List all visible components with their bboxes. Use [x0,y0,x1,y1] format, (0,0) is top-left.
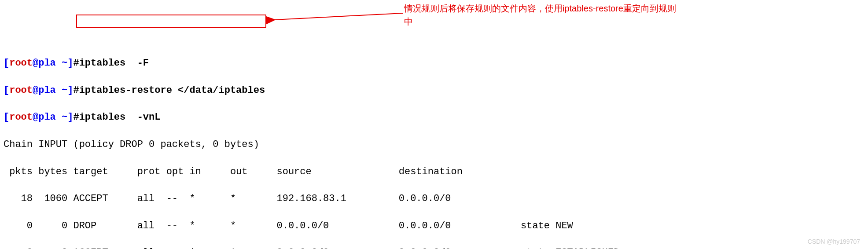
rule-row-3: 0 0 ACCEPT all -- * * 0.0.0.0/0 0.0.0.0/… [4,246,864,249]
arrow-icon [266,9,407,26]
rule-row-2: 0 0 DROP all -- * * 0.0.0.0/0 0.0.0.0/0 … [4,220,864,233]
command-2[interactable]: iptables-restore </data/iptables [79,85,265,96]
watermark: CSDN @hy199707 [808,238,860,246]
rule-row-1: 18 1060 ACCEPT all -- * * 192.168.83.1 0… [4,192,864,206]
annotation-text: 情况规则后将保存规则的文件内容，使用iptables-restore重定向到规则… [404,2,677,28]
prompt-line-1: [root@pla ~]#iptables -F [4,57,864,70]
command-1[interactable]: iptables -F [79,58,149,69]
chain-input-header: Chain INPUT (policy DROP 0 packets, 0 by… [4,138,864,152]
column-header: pkts bytes target prot opt in out source… [4,165,864,179]
highlight-box [76,15,266,28]
command-3[interactable]: iptables -vnL [79,112,161,123]
prompt-line-2: [root@pla ~]#iptables-restore </data/ipt… [4,84,864,98]
prompt-line-3: [root@pla ~]#iptables -vnL [4,111,864,124]
svg-line-1 [274,13,403,20]
